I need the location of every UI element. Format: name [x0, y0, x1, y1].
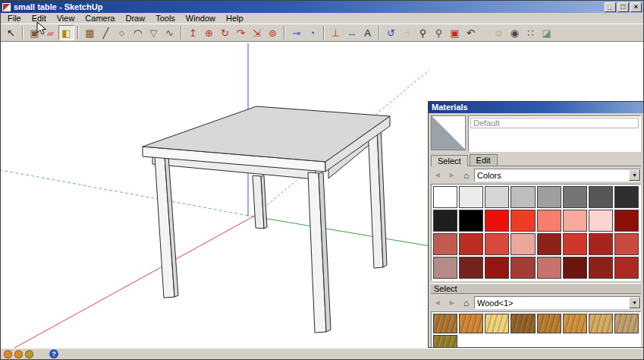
- scale-tool[interactable]: ⇲: [249, 25, 265, 40]
- color-swatch[interactable]: [433, 210, 457, 232]
- zoom-window-tool[interactable]: ⚲: [431, 25, 447, 40]
- axes-tool[interactable]: ⊥: [328, 25, 344, 40]
- rectangle-tool[interactable]: ▦: [82, 25, 98, 40]
- home-icon[interactable]: ⌂: [460, 169, 473, 182]
- color-swatch[interactable]: [537, 257, 561, 279]
- wood-collection-dropdown[interactable]: Wood<1> ▾: [474, 296, 641, 309]
- push-pull-tool[interactable]: ↥: [185, 25, 201, 40]
- offset-tool[interactable]: ⊚: [265, 25, 281, 40]
- home-icon[interactable]: ⌂: [460, 297, 473, 309]
- color-swatch[interactable]: [589, 210, 613, 232]
- color-swatch[interactable]: [459, 257, 483, 279]
- wood-swatch[interactable]: [510, 314, 535, 333]
- color-swatch[interactable]: [589, 233, 613, 255]
- position-camera-tool[interactable]: ☺: [491, 25, 507, 40]
- color-swatch[interactable]: [433, 233, 457, 255]
- title-bar[interactable]: small table - SketchUp _□×: [1, 1, 643, 13]
- orbit-tool[interactable]: ↺: [383, 25, 399, 40]
- color-swatch[interactable]: [485, 233, 509, 255]
- color-swatch[interactable]: [510, 257, 535, 279]
- previous-view-tool[interactable]: ↶: [463, 25, 479, 40]
- forward-arrow-icon[interactable]: ▶: [445, 169, 458, 182]
- wood-swatch[interactable]: [433, 314, 457, 333]
- color-swatch[interactable]: [485, 186, 509, 208]
- minimize-button[interactable]: _: [605, 2, 616, 12]
- tab-edit[interactable]: Edit: [470, 154, 498, 166]
- color-swatch[interactable]: [537, 186, 561, 208]
- status-icon-2[interactable]: [14, 350, 23, 358]
- dimension-tool[interactable]: ↔: [344, 25, 360, 40]
- color-swatch[interactable]: [537, 210, 561, 232]
- materials-panel-titlebar[interactable]: Materials: [429, 102, 643, 113]
- color-swatch[interactable]: [459, 186, 483, 208]
- walk-tool[interactable]: ∷: [523, 25, 539, 40]
- menu-view[interactable]: View: [52, 13, 80, 24]
- menu-camera[interactable]: Camera: [80, 13, 120, 24]
- wood-swatch[interactable]: [614, 314, 639, 333]
- table-model[interactable]: [143, 106, 390, 333]
- wood-swatch[interactable]: [589, 314, 613, 333]
- color-swatch[interactable]: [563, 210, 587, 232]
- material-name-field[interactable]: Default: [470, 118, 639, 128]
- color-swatch[interactable]: [510, 186, 535, 208]
- polygon-tool[interactable]: ▽: [146, 25, 162, 40]
- close-button[interactable]: ×: [630, 2, 642, 12]
- color-swatch[interactable]: [459, 210, 483, 232]
- protractor-tool[interactable]: ◔: [304, 25, 320, 40]
- section-plane-tool[interactable]: ◪: [539, 25, 554, 40]
- wood-swatch[interactable]: [563, 314, 587, 333]
- circle-tool[interactable]: ○: [114, 25, 130, 40]
- color-swatch[interactable]: [459, 233, 483, 255]
- pan-tool[interactable]: ☝: [399, 25, 415, 40]
- zoom-extents-tool[interactable]: ▣: [447, 25, 463, 40]
- freehand-tool[interactable]: ∿: [162, 25, 177, 40]
- color-swatch[interactable]: [563, 233, 587, 255]
- color-swatch[interactable]: [563, 186, 587, 208]
- line-tool[interactable]: ╱: [98, 25, 114, 40]
- rotate-tool[interactable]: ↻: [217, 25, 233, 40]
- arc-tool[interactable]: ◠: [130, 25, 146, 40]
- dropdown-arrow-icon[interactable]: ▾: [629, 169, 640, 181]
- wood-swatch[interactable]: [537, 314, 561, 333]
- color-swatch[interactable]: [433, 257, 457, 279]
- status-icon-3[interactable]: [25, 350, 33, 358]
- status-icon-1[interactable]: [4, 350, 12, 358]
- material-preview-thumbnail[interactable]: [431, 115, 466, 150]
- color-swatch[interactable]: [510, 233, 535, 255]
- look-around-tool[interactable]: ◉: [507, 25, 523, 40]
- color-swatch[interactable]: [433, 186, 457, 208]
- select-tool[interactable]: ↖: [3, 25, 19, 40]
- colors-collection-dropdown[interactable]: Colors ▾: [474, 169, 641, 182]
- color-swatch[interactable]: [614, 233, 639, 255]
- color-swatch[interactable]: [614, 210, 639, 232]
- paint-bucket-tool[interactable]: ◧: [58, 25, 74, 40]
- menu-file[interactable]: File: [2, 13, 27, 24]
- maximize-button[interactable]: □: [617, 2, 629, 12]
- color-swatch[interactable]: [485, 257, 509, 279]
- zoom-tool[interactable]: ⚲: [415, 25, 431, 40]
- color-swatch[interactable]: [589, 257, 613, 279]
- wood-swatch[interactable]: [433, 335, 457, 348]
- color-swatch[interactable]: [589, 186, 613, 208]
- move-tool[interactable]: ⊕: [201, 25, 217, 40]
- color-swatch[interactable]: [614, 186, 639, 208]
- menu-help[interactable]: Help: [221, 13, 249, 24]
- forward-arrow-icon[interactable]: ▶: [445, 297, 458, 309]
- tape-measure-tool[interactable]: ⊸: [288, 25, 304, 40]
- color-swatch[interactable]: [537, 233, 561, 255]
- color-swatch[interactable]: [614, 257, 639, 279]
- dropdown-arrow-icon[interactable]: ▾: [629, 297, 640, 308]
- text-tool[interactable]: A: [360, 25, 375, 40]
- color-swatch[interactable]: [485, 210, 509, 232]
- color-swatch[interactable]: [563, 257, 587, 279]
- menu-window[interactable]: Window: [181, 13, 221, 24]
- back-arrow-icon[interactable]: ◀: [431, 297, 444, 309]
- tab-select[interactable]: Select: [431, 155, 468, 166]
- help-icon[interactable]: ?: [49, 349, 58, 358]
- color-swatch[interactable]: [510, 210, 535, 232]
- wood-swatch[interactable]: [485, 314, 509, 333]
- menu-draw[interactable]: Draw: [120, 13, 150, 24]
- wood-swatch[interactable]: [459, 314, 483, 333]
- back-arrow-icon[interactable]: ◀: [431, 169, 444, 182]
- menu-tools[interactable]: Tools: [150, 13, 181, 24]
